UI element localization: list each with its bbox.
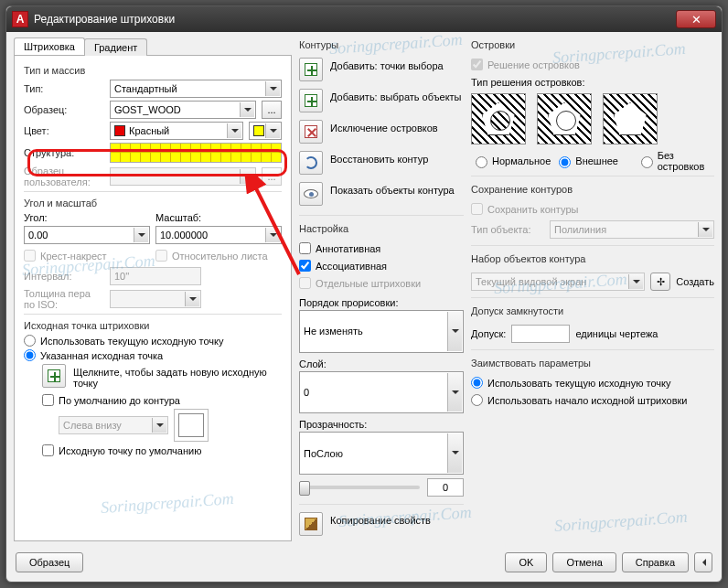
- type-label: Тип:: [24, 83, 104, 94]
- tab-hatch[interactable]: Штриховка: [14, 37, 85, 55]
- default-to-boundary-checkbox[interactable]: По умолчанию до контура: [42, 394, 282, 406]
- chevron-down-icon: [628, 274, 643, 289]
- spacing-field: 10'': [110, 267, 201, 285]
- add-select-objects-button[interactable]: [299, 89, 323, 112]
- add-select-objects-label: Добавить: выбрать объекты: [330, 89, 464, 102]
- swatch-preview[interactable]: [110, 143, 282, 163]
- island-normal-icon: [471, 93, 526, 144]
- add-pick-points-button[interactable]: [299, 58, 323, 81]
- origin-preview-icon: [174, 409, 209, 442]
- tab-strip: Штриховка Градиент: [14, 37, 292, 55]
- transparency-label: Прозрачность:: [299, 419, 464, 430]
- help-button[interactable]: Справка: [622, 552, 689, 572]
- recreate-boundary-label: Восстановить контур: [330, 151, 464, 165]
- scale-label: Масштаб:: [155, 212, 282, 223]
- color-label: Цвет:: [24, 125, 104, 136]
- chevron-down-icon: [698, 222, 712, 237]
- add-pick-points-label: Добавить: точки выбора: [330, 58, 464, 71]
- ok-button[interactable]: OK: [505, 552, 547, 572]
- group-retain-boundary: Сохранение контуров: [471, 184, 714, 195]
- remove-icon: [305, 125, 317, 138]
- layer-combo[interactable]: 0: [299, 371, 464, 414]
- window-title: Редактирование штриховки: [34, 13, 676, 26]
- pattern-browse-button[interactable]: ...: [262, 101, 282, 119]
- group-inherit: Заимствовать параметры: [471, 358, 714, 369]
- group-boundary-set: Набор объектов контура: [471, 253, 714, 264]
- group-settings: Настройка: [299, 223, 464, 234]
- origin-specified-radio[interactable]: Указанная исходная точка: [24, 349, 282, 361]
- group-gap-tolerance: Допуск замкнутости: [471, 305, 714, 316]
- transparency-combo[interactable]: ПоСлою: [299, 432, 464, 475]
- recreate-boundary-button[interactable]: [299, 151, 323, 175]
- hatch-panel: Тип и массив Тип: Стандартный Образец: G…: [14, 55, 292, 541]
- spacing-label: Интервал:: [24, 271, 104, 282]
- refresh-icon: [305, 156, 317, 169]
- chevron-down-icon: [134, 228, 148, 242]
- chevron-down-icon: [265, 228, 280, 242]
- inherit-props-button[interactable]: [299, 512, 323, 536]
- dialog-footer: Образец OK Отмена Справка: [6, 547, 722, 582]
- user-pattern-browse-button: ...: [262, 167, 282, 186]
- chevron-down-icon: [185, 292, 199, 306]
- plus-icon: [305, 94, 317, 107]
- app-logo-icon: A: [12, 11, 28, 27]
- island-ignore-icon: [603, 93, 658, 144]
- store-default-origin-checkbox[interactable]: Исходную точку по умолчанию: [42, 444, 282, 456]
- close-button[interactable]: ✕: [676, 10, 716, 28]
- transparency-value[interactable]: 0: [427, 478, 464, 497]
- iso-pen-label: Толщина пера по ISO:: [24, 288, 104, 310]
- angle-label: Угол:: [24, 212, 150, 223]
- associative-checkbox[interactable]: Ассоциативная: [299, 260, 464, 272]
- cancel-button[interactable]: Отмена: [552, 552, 616, 572]
- iso-pen-combo: [110, 290, 201, 308]
- chevron-down-icon: [265, 123, 280, 138]
- pattern-combo[interactable]: GOST_WOOD: [110, 101, 256, 119]
- inherit-props-label: Копирование свойств: [330, 512, 464, 526]
- draw-order-combo[interactable]: Не изменять: [299, 310, 464, 353]
- group-origin: Исходная точка штриховки: [24, 320, 282, 331]
- tab-gradient[interactable]: Градиент: [84, 38, 147, 56]
- chevron-down-icon: [227, 123, 241, 138]
- transparency-slider[interactable]: [299, 486, 420, 489]
- island-normal-radio[interactable]: Нормальное: [471, 154, 551, 168]
- angle-spinner[interactable]: 0.00: [24, 226, 150, 244]
- bg-color-combo[interactable]: [249, 122, 282, 140]
- inherit-source-radio[interactable]: Использовать начало исходной штриховки: [471, 394, 714, 406]
- scale-spinner[interactable]: 10.000000: [155, 226, 282, 244]
- remove-islands-label: Исключение островков: [330, 120, 464, 134]
- annotative-checkbox[interactable]: Аннотативная: [299, 242, 464, 254]
- view-boundary-button[interactable]: [299, 182, 323, 206]
- draw-order-label: Порядок прорисовки:: [299, 297, 464, 308]
- group-angle-scale: Угол и масштаб: [24, 198, 282, 208]
- chevron-down-icon: [240, 102, 254, 117]
- island-outer-radio[interactable]: Внешнее: [554, 154, 632, 168]
- group-type-array: Тип и массив: [24, 65, 282, 76]
- tolerance-units: единицы чертежа: [575, 328, 658, 339]
- tolerance-input[interactable]: [511, 325, 570, 343]
- user-pattern-label: Образец пользователя:: [24, 166, 104, 187]
- inherit-current-radio[interactable]: Использовать текущую исходную точку: [471, 377, 714, 389]
- island-ignore-radio[interactable]: Без островков: [637, 150, 714, 172]
- chevron-down-icon: [447, 312, 462, 351]
- origin-position-combo: Слева внизу: [59, 416, 168, 434]
- type-combo[interactable]: Стандартный: [110, 80, 282, 98]
- origin-current-radio[interactable]: Использовать текущую исходную точку: [24, 335, 282, 347]
- expand-button[interactable]: [694, 552, 712, 572]
- structure-label: Структура:: [24, 147, 104, 158]
- user-pattern-combo: [110, 167, 256, 186]
- boundary-new-button[interactable]: ✢: [650, 273, 670, 291]
- plus-icon: [305, 63, 317, 76]
- separate-hatches-checkbox: Отдельные штриховки: [299, 277, 464, 289]
- retain-boundary-checkbox: Сохранить контуры: [471, 203, 714, 215]
- tolerance-label: Допуск:: [471, 328, 506, 339]
- remove-islands-button[interactable]: [299, 120, 323, 144]
- crosshair-icon: [48, 369, 60, 382]
- pick-origin-button[interactable]: [42, 364, 66, 388]
- pattern-label: Образец:: [24, 104, 104, 115]
- color-combo[interactable]: Красный: [110, 122, 243, 140]
- group-contours: Контуры: [299, 39, 464, 50]
- preview-button[interactable]: Образец: [16, 552, 83, 572]
- boundary-create-label: Создать: [676, 276, 714, 287]
- group-islands: Островки: [471, 39, 714, 50]
- titlebar[interactable]: A Редактирование штриховки ✕: [6, 6, 722, 32]
